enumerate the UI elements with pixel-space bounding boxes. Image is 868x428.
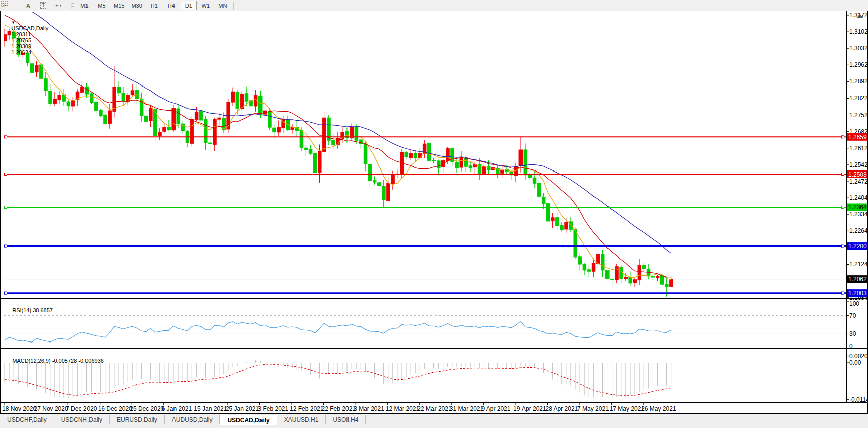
svg-text:7 Dec 2020: 7 Dec 2020 — [66, 405, 97, 412]
svg-text:1.25420: 1.25420 — [849, 161, 868, 168]
tab-EURUSD-Daily[interactable]: EURUSD,Daily — [110, 415, 165, 424]
rsi-value: 38.6857 — [33, 307, 53, 313]
macd-indicator-label: MACD(12,26,9) -0.005728 -0.006936 — [6, 352, 104, 370]
svg-text:1.28220: 1.28220 — [849, 95, 868, 102]
chart-tabs-bar: USDCHF,DailyUSDCNH,DailyEURUSD,DailyAUDU… — [0, 414, 868, 428]
fibonacci-icon: F — [0, 0, 8, 7]
ohlc-high: 1.20765 — [11, 37, 31, 43]
svg-text:7 May 2021: 7 May 2021 — [577, 405, 609, 412]
svg-text:1.29620: 1.29620 — [849, 61, 868, 68]
svg-text:-0.011465: -0.011465 — [849, 396, 868, 403]
toolbar-separator — [68, 2, 68, 10]
svg-text:1.22000: 1.22000 — [848, 243, 868, 250]
svg-text:25 Dec 2020: 25 Dec 2020 — [130, 405, 164, 412]
timeframe-buttons: M1M5M15M30H1H4D1W1MN — [76, 1, 231, 10]
svg-text:1.30320: 1.30320 — [849, 45, 868, 52]
svg-text:31 Mar 2021: 31 Mar 2021 — [450, 405, 484, 412]
timeframe-D1[interactable]: D1 — [181, 1, 197, 10]
svg-text:1.24720: 1.24720 — [849, 178, 868, 185]
timeframe-M1[interactable]: M1 — [76, 1, 93, 10]
svg-text:9 Apr 2021: 9 Apr 2021 — [481, 405, 510, 412]
arrows-icon: ✦ — [55, 3, 59, 8]
tab-USDCNH-Daily[interactable]: USDCNH,Daily — [54, 415, 110, 424]
price-badge-1.26595: 1.26595 — [847, 133, 868, 141]
svg-text:1.21240: 1.21240 — [849, 261, 868, 268]
svg-text:1.24040: 1.24040 — [849, 194, 868, 201]
svg-text:30: 30 — [849, 330, 856, 337]
svg-text:22 Feb 2021: 22 Feb 2021 — [322, 405, 356, 412]
timeframe-drag-handle[interactable] — [71, 2, 74, 9]
svg-text:3 Feb 2021: 3 Feb 2021 — [257, 405, 288, 412]
ohlc-open: 1.20311 — [11, 31, 31, 37]
price-badge-1.23641: 1.23641 — [847, 203, 868, 211]
svg-text:1.27520: 1.27520 — [849, 112, 868, 119]
timeframe-M30[interactable]: M30 — [128, 1, 145, 10]
svg-text:1.28920: 1.28920 — [849, 78, 868, 85]
svg-text:1.23641: 1.23641 — [848, 204, 868, 211]
svg-text:1.20624: 1.20624 — [848, 276, 868, 283]
chart-background — [0, 11, 868, 414]
svg-text:15 Jan 2021: 15 Jan 2021 — [194, 405, 227, 412]
label-tool-button[interactable]: T — [36, 1, 50, 10]
svg-text:0.00: 0.00 — [849, 359, 861, 366]
svg-text:12 Feb 2021: 12 Feb 2021 — [290, 405, 324, 412]
svg-text:F: F — [4, 3, 7, 7]
ohlc-low: 1.20309 — [11, 43, 31, 49]
arrows-tool-button[interactable]: ✦ ▾ — [51, 1, 65, 10]
svg-text:19 Apr 2021: 19 Apr 2021 — [513, 405, 546, 412]
price-badge-1.22000: 1.22000 — [847, 242, 868, 250]
svg-text:1.23340: 1.23340 — [849, 211, 868, 218]
svg-text:18 Nov 2020: 18 Nov 2020 — [2, 405, 36, 412]
timeframe-M5[interactable]: M5 — [94, 1, 110, 10]
svg-text:6 Jan 2021: 6 Jan 2021 — [162, 405, 192, 412]
svg-text:12 Mar 2021: 12 Mar 2021 — [386, 405, 420, 412]
chart-canvas[interactable]: 1.317201.310201.303201.296201.289201.282… — [0, 0, 868, 428]
svg-text:1.26595: 1.26595 — [848, 134, 868, 141]
macd-signal-value: -0.006936 — [78, 358, 104, 364]
svg-text:16 Dec 2020: 16 Dec 2020 — [98, 405, 132, 412]
toolbar-separator-2 — [233, 2, 234, 10]
svg-text:25 Jan 2021: 25 Jan 2021 — [226, 405, 259, 412]
svg-text:1.26120: 1.26120 — [849, 145, 868, 152]
svg-text:28 Apr 2021: 28 Apr 2021 — [546, 405, 578, 412]
svg-text:3 Mar 2021: 3 Mar 2021 — [354, 405, 384, 412]
svg-text:26 May 2021: 26 May 2021 — [641, 405, 676, 412]
svg-text:0.002074: 0.002074 — [849, 353, 868, 360]
price-badge-1.20031: 1.20031 — [847, 289, 868, 297]
price-badge-1.25036: 1.25036 — [847, 170, 868, 178]
current-price-badge: 1.20624 — [847, 275, 868, 283]
svg-text:17 May 2021: 17 May 2021 — [610, 405, 645, 412]
tab-AUDUSD-Daily[interactable]: AUDUSD,Daily — [165, 415, 220, 424]
svg-text:1.31020: 1.31020 — [849, 28, 868, 35]
svg-text:1.25036: 1.25036 — [848, 171, 868, 178]
mt4-window: F A T ✦ ▾ M1M5M15M30H1H4D1W1MN ▼ USDCAD,… — [0, 0, 868, 428]
svg-text:27 Nov 2020: 27 Nov 2020 — [34, 405, 68, 412]
macd-main-value: -0.005728 — [52, 358, 77, 364]
chart-symbol: USDCAD,Daily — [11, 25, 48, 31]
svg-text:22 Mar 2021: 22 Mar 2021 — [417, 405, 452, 412]
tab-USOil-H4[interactable]: USOil,H4 — [326, 415, 366, 424]
timeframe-H4[interactable]: H4 — [163, 1, 180, 10]
rsi-indicator-label: RSI(14) 38.6857 — [6, 301, 53, 319]
svg-text:1.20031: 1.20031 — [848, 290, 868, 297]
symbol-dropdown-icon[interactable]: ▼ — [11, 20, 15, 25]
timeframe-H1[interactable]: H1 — [146, 1, 162, 10]
timeframe-M15[interactable]: M15 — [111, 1, 127, 10]
svg-text:100: 100 — [849, 300, 859, 307]
tab-USDCAD-Daily[interactable]: USDCAD,Daily — [220, 415, 277, 425]
chart-title: ▼ USDCAD,Daily 1.20311 1.20765 1.20309 1… — [5, 13, 48, 61]
svg-text:70: 70 — [849, 312, 856, 319]
tab-USDCHF-Daily[interactable]: USDCHF,Daily — [0, 415, 54, 424]
tab-XAUUSD-H1[interactable]: XAUUSD,H1 — [277, 415, 326, 424]
svg-text:1.22640: 1.22640 — [849, 227, 868, 234]
timeframe-W1[interactable]: W1 — [198, 1, 214, 10]
chart-toolbar: F A T ✦ ▾ M1M5M15M30H1H4D1W1MN — [0, 0, 868, 11]
ohlc-close: 1.20624 — [11, 49, 31, 55]
label-tool-icon: T — [40, 2, 46, 9]
fibonacci-tool-button[interactable]: F — [6, 1, 20, 10]
timeframe-MN[interactable]: MN — [215, 1, 231, 10]
text-tool-button[interactable]: A — [21, 1, 35, 10]
dropdown-caret-icon: ▾ — [60, 3, 62, 8]
